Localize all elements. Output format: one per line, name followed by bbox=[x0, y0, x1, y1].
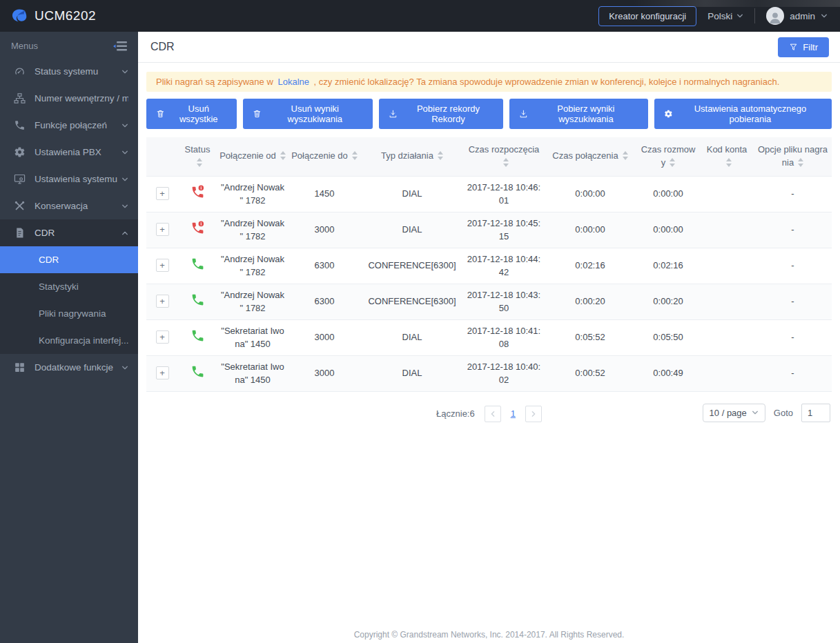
file-icon bbox=[14, 227, 26, 239]
sidebar-item-konserwacja[interactable]: Konserwacja bbox=[0, 192, 138, 219]
auto-download-settings-button[interactable]: Ustawienia automatycznego pobierania bbox=[654, 99, 832, 129]
brand-name: UCM6202 bbox=[35, 8, 96, 23]
delete-all-button[interactable]: Usuń wszystkie bbox=[146, 99, 237, 129]
cell-options: - bbox=[754, 355, 832, 391]
missed-call-icon bbox=[191, 185, 205, 199]
banner-text-before: Pliki nagrań są zapisywane w bbox=[156, 77, 273, 87]
sidebar-subitem-statystyki[interactable]: Statystyki bbox=[0, 273, 138, 300]
cell-type: DIAL bbox=[360, 319, 464, 355]
sidebar-item-cdr[interactable]: CDR bbox=[0, 219, 138, 246]
sort-icon[interactable] bbox=[669, 157, 675, 168]
cell-type: DIAL bbox=[360, 212, 464, 248]
next-page-button[interactable] bbox=[525, 406, 542, 422]
sidebar-item-dodatkowe-funkcje[interactable]: Dodatkowe funkcje bbox=[0, 354, 138, 381]
cell-talk: 0:05:50 bbox=[636, 319, 700, 355]
cell-type: DIAL bbox=[360, 176, 464, 212]
topbar: UCM6202 Kreator konfiguracji Polski admi… bbox=[0, 0, 840, 32]
expand-row-button[interactable]: + bbox=[156, 259, 169, 272]
cell-options: - bbox=[754, 284, 832, 319]
sidebar-item-ustawienia-systemu[interactable]: Ustawienia systemu bbox=[0, 166, 138, 192]
person-icon bbox=[768, 10, 783, 25]
chevron-down-icon bbox=[121, 68, 128, 75]
user-menu[interactable]: admin bbox=[766, 7, 828, 25]
delete-search-results-button[interactable]: Usuń wyniki wyszukiwania bbox=[243, 99, 373, 129]
table-row: + "Andrzej Nowak " 1782 6300 CONFERENCE[… bbox=[146, 248, 832, 284]
cell-to: 3000 bbox=[289, 212, 360, 248]
col-from[interactable]: Połączenie od bbox=[217, 137, 289, 176]
sort-icon[interactable] bbox=[502, 157, 509, 168]
expand-row-button[interactable]: + bbox=[156, 330, 169, 344]
tools-icon bbox=[14, 200, 26, 212]
sort-icon[interactable] bbox=[797, 157, 803, 168]
expand-row-button[interactable]: + bbox=[156, 187, 169, 200]
topbar-decoration bbox=[633, 0, 840, 7]
goto-page-input[interactable] bbox=[801, 404, 830, 422]
hamburger-icon bbox=[113, 41, 127, 51]
sidebar-collapse-button[interactable] bbox=[113, 41, 127, 51]
col-status[interactable]: Status bbox=[178, 137, 217, 176]
language-selector[interactable]: Polski bbox=[707, 11, 743, 21]
table-header-row: Status Połączenie od Połączenie do Typ d… bbox=[146, 137, 832, 176]
table-row: + "Sekretariat Iwona" 1450 3000 DIAL 201… bbox=[146, 319, 832, 355]
col-to[interactable]: Połączenie do bbox=[289, 137, 360, 176]
expand-row-button[interactable]: + bbox=[156, 295, 169, 308]
sort-icon[interactable] bbox=[725, 157, 732, 168]
cell-type: DIAL bbox=[360, 355, 464, 391]
sidebar-subitem-pliki-nagrywania[interactable]: Pliki nagrywania bbox=[0, 300, 138, 327]
chevron-down-icon bbox=[121, 149, 128, 156]
cell-call: 0:02:16 bbox=[544, 248, 636, 284]
sidebar: Menus Status systemu Numer wewnętrzny / … bbox=[0, 32, 138, 643]
page-number[interactable]: 1 bbox=[508, 408, 518, 419]
chevron-left-icon bbox=[489, 410, 496, 417]
prev-page-button[interactable] bbox=[485, 406, 501, 422]
monitor-gear-icon bbox=[14, 173, 26, 185]
chevron-right-icon bbox=[530, 410, 537, 417]
setup-wizard-button[interactable]: Kreator konfiguracji bbox=[598, 6, 696, 26]
trash-icon bbox=[156, 109, 165, 119]
chevron-down-icon bbox=[121, 176, 128, 183]
gauge-icon bbox=[14, 66, 26, 77]
answered-call-icon bbox=[191, 293, 205, 307]
gear-circle-icon bbox=[664, 109, 673, 119]
filter-button[interactable]: Filtr bbox=[778, 37, 829, 57]
sort-icon[interactable] bbox=[437, 150, 443, 161]
avatar bbox=[766, 7, 784, 25]
cell-options: - bbox=[754, 176, 832, 212]
cell-account bbox=[700, 248, 754, 284]
sidebar-item-numer-wewnetrzny[interactable]: Numer wewnętrzny / magi bbox=[0, 85, 138, 112]
sort-icon[interactable] bbox=[622, 150, 628, 161]
cell-start: 2017-12-18 10:46:01 bbox=[464, 176, 544, 212]
col-start-time[interactable]: Czas rozpoczęcia bbox=[464, 137, 544, 176]
table-row: + "Andrzej Nowak " 1782 1450 DIAL 2017-1… bbox=[146, 176, 832, 212]
col-call-time[interactable]: Czas połączenia bbox=[544, 137, 636, 176]
col-recording-options[interactable]: Opcje pliku nagrania bbox=[754, 137, 832, 176]
chevron-down-icon bbox=[121, 122, 128, 129]
col-talk-time[interactable]: Czas rozmowy bbox=[636, 137, 700, 176]
download-records-button[interactable]: Pobierz rekordy Rekordy bbox=[379, 99, 503, 129]
sidebar-subitem-konfiguracja-interfejsu[interactable]: Konfiguracja interfej... bbox=[0, 327, 138, 354]
sort-icon[interactable] bbox=[280, 150, 286, 161]
download-icon bbox=[389, 109, 398, 119]
cell-from: "Andrzej Nowak " 1782 bbox=[217, 248, 289, 284]
cell-call: 0:05:52 bbox=[544, 319, 636, 355]
sidebar-item-funkcje-polaczen[interactable]: Funkcje połączeń bbox=[0, 112, 138, 139]
download-search-results-button[interactable]: Pobierz wyniki wyszukiwania bbox=[509, 99, 648, 129]
copyright-footer: Copyright © Grandstream Networks, Inc. 2… bbox=[138, 630, 840, 640]
sidebar-item-ustawienia-pbx[interactable]: Ustawienia PBX bbox=[0, 139, 138, 166]
chevron-up-icon bbox=[121, 230, 128, 237]
sidebar-item-status-systemu[interactable]: Status systemu bbox=[0, 58, 138, 85]
expand-row-button[interactable]: + bbox=[156, 366, 169, 379]
page-size-select[interactable]: 10 / page bbox=[703, 404, 765, 422]
goto-label: Goto bbox=[774, 408, 793, 418]
sort-icon[interactable] bbox=[196, 157, 202, 168]
table-row: + "Sekretariat Iwona" 1450 3000 DIAL 201… bbox=[146, 355, 832, 391]
col-account-code[interactable]: Kod konta bbox=[700, 137, 754, 176]
recording-location-link[interactable]: Lokalne bbox=[277, 77, 309, 87]
col-action-type[interactable]: Typ działania bbox=[360, 137, 464, 176]
page-title: CDR bbox=[150, 41, 175, 53]
sort-icon[interactable] bbox=[351, 150, 358, 161]
expand-row-button[interactable]: + bbox=[156, 223, 169, 236]
sidebar-subitem-cdr[interactable]: CDR bbox=[0, 246, 138, 273]
grandstream-logo-icon bbox=[10, 7, 28, 25]
cell-from: "Sekretariat Iwona" 1450 bbox=[217, 319, 289, 355]
